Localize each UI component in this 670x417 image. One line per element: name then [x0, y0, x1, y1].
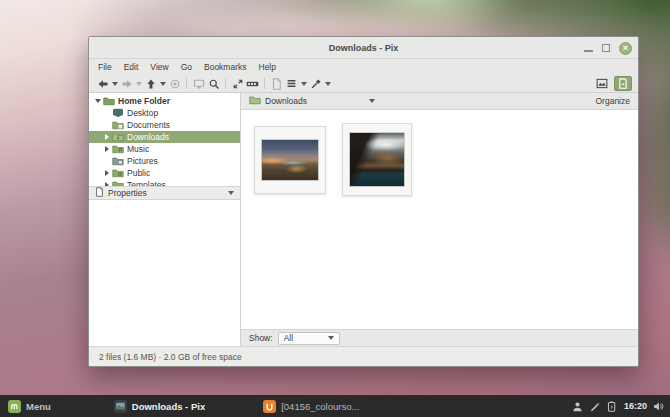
- mint-logo-icon: [8, 400, 21, 413]
- sidebar-item-pictures[interactable]: Pictures: [89, 155, 240, 167]
- sidebar-item-label: Documents: [127, 120, 170, 130]
- status-text: 2 files (1.6 MB) · 2.0 GB of free space: [99, 352, 242, 362]
- properties-bar[interactable]: Properties: [89, 186, 240, 200]
- desktop-icon: [112, 108, 124, 118]
- sidebar-item-label: Pictures: [127, 156, 158, 166]
- titlebar[interactable]: Downloads - Pix ×: [89, 37, 638, 59]
- expander-icon[interactable]: [103, 146, 111, 152]
- sidebar-item-public[interactable]: Public: [89, 167, 240, 179]
- file-browser: Downloads Organize Show: All: [241, 93, 638, 346]
- downloads-folder-icon: [112, 132, 124, 142]
- user-icon[interactable]: [572, 401, 583, 412]
- sidebar-item-home[interactable]: Home Folder: [89, 95, 240, 107]
- minimize-icon[interactable]: [584, 50, 593, 52]
- back-icon[interactable]: [95, 76, 110, 91]
- forward-icon[interactable]: [119, 76, 134, 91]
- search-icon[interactable]: [206, 76, 221, 91]
- expander-icon[interactable]: [103, 134, 111, 140]
- image-properties-icon[interactable]: [594, 76, 609, 91]
- view-list-icon[interactable]: [284, 76, 299, 91]
- sidebar-item-templates[interactable]: Templates: [89, 179, 240, 186]
- taskbar-window-label: Downloads - Pix: [132, 401, 205, 412]
- tools-icon[interactable]: [308, 76, 323, 91]
- properties-panel-empty: [89, 200, 240, 346]
- menu-help[interactable]: Help: [259, 62, 276, 72]
- home-folder-icon: [103, 96, 115, 106]
- location-label[interactable]: Downloads: [265, 96, 307, 106]
- thumbnail-grid: [241, 110, 638, 329]
- menu-view[interactable]: View: [150, 62, 168, 72]
- menu-go[interactable]: Go: [181, 62, 192, 72]
- window-title: Downloads - Pix: [89, 43, 638, 53]
- battery-icon[interactable]: [606, 401, 618, 412]
- volume-icon[interactable]: [653, 401, 664, 412]
- menu-edit[interactable]: Edit: [124, 62, 139, 72]
- sidebar-item-desktop[interactable]: Desktop: [89, 107, 240, 119]
- tools-menu-chevron[interactable]: [323, 76, 332, 91]
- public-folder-icon: [112, 168, 124, 178]
- up-menu-chevron[interactable]: [158, 76, 167, 91]
- file-thumbnail[interactable]: [342, 123, 412, 196]
- slideshow-screen-icon[interactable]: [191, 76, 206, 91]
- menu-file[interactable]: File: [98, 62, 112, 72]
- show-label: Show:: [249, 333, 273, 343]
- taskbar-window-image[interactable]: [04156_colourso...: [255, 395, 367, 417]
- expander-icon[interactable]: [103, 170, 111, 176]
- filmstrip-icon[interactable]: [245, 76, 260, 91]
- sidebar-item-label: Downloads: [127, 132, 169, 142]
- forward-menu-chevron[interactable]: [134, 76, 143, 91]
- sunset-lake-photo-thumbnail[interactable]: [261, 139, 319, 181]
- clock[interactable]: 16:20: [624, 401, 647, 411]
- pen-icon[interactable]: [589, 401, 600, 412]
- music-folder-icon: [112, 144, 124, 154]
- desktop: Downloads - Pix × File Edit View Go Book…: [0, 0, 670, 417]
- folder-tree: Home Folder Desktop Docu: [89, 93, 240, 186]
- pix-edit-icon[interactable]: [614, 76, 632, 91]
- expander-icon[interactable]: [94, 99, 102, 103]
- file-thumbnail[interactable]: [254, 126, 326, 194]
- properties-label: Properties: [108, 188, 147, 198]
- restore-icon[interactable]: [602, 44, 610, 52]
- orange-app-icon: [263, 400, 276, 413]
- menu-button[interactable]: Menu: [0, 395, 61, 417]
- show-filter-value: All: [284, 333, 293, 343]
- toolbar-separator: [186, 78, 187, 89]
- view-menu-chevron[interactable]: [299, 76, 308, 91]
- close-icon[interactable]: ×: [619, 42, 632, 55]
- sidebar-item-downloads[interactable]: Downloads: [89, 131, 240, 143]
- toolbar: [89, 75, 638, 93]
- sidebar-item-music[interactable]: Music: [89, 143, 240, 155]
- mountain-lake-photo-thumbnail[interactable]: [349, 132, 405, 187]
- properties-icon: [95, 187, 104, 199]
- documents-folder-icon: [112, 120, 124, 130]
- menubar: File Edit View Go Bookmarks Help: [89, 59, 638, 75]
- sidebar-item-label: Music: [127, 144, 149, 154]
- pix-app-icon: [114, 400, 127, 413]
- show-filter-select[interactable]: All: [278, 332, 340, 345]
- taskbar-window-pix[interactable]: Downloads - Pix: [106, 395, 213, 417]
- document-icon[interactable]: [269, 76, 284, 91]
- sidebar-item-label: Home Folder: [118, 96, 170, 106]
- location-bar: Downloads Organize: [241, 93, 638, 110]
- pix-window: Downloads - Pix × File Edit View Go Book…: [88, 36, 639, 367]
- toolbar-separator: [225, 78, 226, 89]
- up-icon[interactable]: [143, 76, 158, 91]
- taskbar: Menu Downloads - Pix [04156_colourso... …: [0, 395, 670, 417]
- fullscreen-icon[interactable]: [230, 76, 245, 91]
- location-chevron-icon[interactable]: [369, 99, 375, 103]
- menu-bookmarks[interactable]: Bookmarks: [204, 62, 247, 72]
- toolbar-separator: [264, 78, 265, 89]
- sidebar: Home Folder Desktop Docu: [89, 93, 241, 346]
- system-tray: 16:20: [572, 401, 670, 412]
- back-menu-chevron[interactable]: [110, 76, 119, 91]
- record-icon[interactable]: [167, 76, 182, 91]
- chevron-down-icon: [228, 191, 234, 195]
- pictures-folder-icon: [112, 156, 124, 166]
- sidebar-item-label: Public: [127, 168, 150, 178]
- chevron-down-icon: [328, 336, 334, 340]
- taskbar-window-label: [04156_colourso...: [281, 401, 359, 412]
- status-bar: 2 files (1.6 MB) · 2.0 GB of free space: [89, 346, 638, 366]
- organize-button[interactable]: Organize: [596, 96, 631, 106]
- sidebar-item-documents[interactable]: Documents: [89, 119, 240, 131]
- location-folder-icon: [249, 95, 261, 107]
